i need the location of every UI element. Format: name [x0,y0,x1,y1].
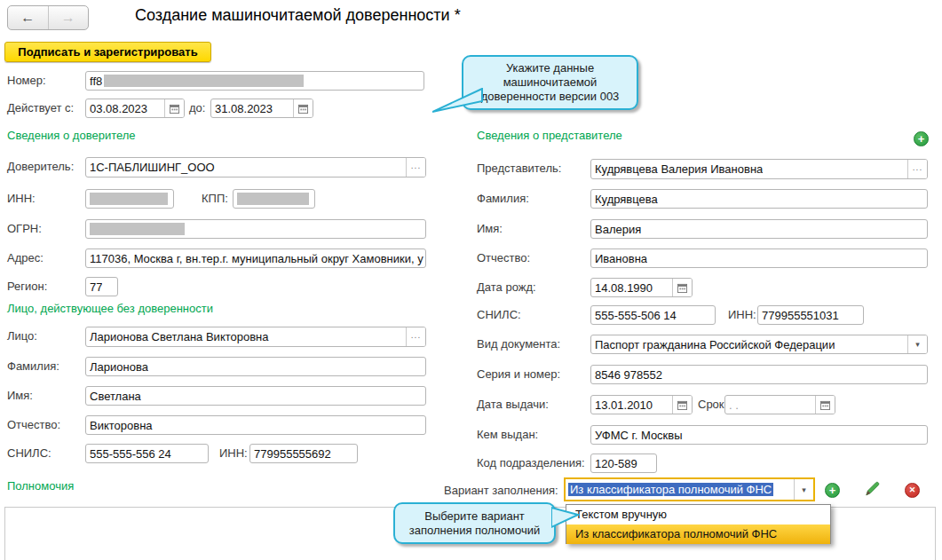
department-code-field[interactable]: 120-589 [590,454,657,473]
truster-label: Доверитель: [7,161,74,173]
address-field[interactable]: 117036, Москва г, вн.тер.г. муниципальны… [85,248,426,268]
calendar-icon[interactable] [164,99,184,117]
signer-patronymic-value: Викторовна [90,419,153,432]
doc-type-dropdown-button[interactable]: ▾ [907,335,927,353]
rep-name-field[interactable]: Валерия [590,219,928,239]
rep-surname-field[interactable]: Кудрявцева [590,189,928,209]
forward-button[interactable]: → [49,6,89,29]
birth-date-label: Дата рожд: [477,281,536,294]
dropdown-option-classifier[interactable]: Из классификатора полномочий ФНС [566,525,830,544]
signer-surname-value: Ларионова [90,360,148,374]
forward-arrow-icon: → [61,10,75,26]
signer-name-value: Светлана [90,390,141,403]
signer-inn-field[interactable]: 779955555692 [249,444,358,463]
rep-surname-label: Фамилия: [477,193,529,205]
valid-from-label: Действует с: [7,102,74,114]
calendar-icon[interactable] [672,279,692,296]
representative-lookup-button[interactable]: ... [907,160,927,178]
series-number-label: Серия и номер: [477,368,560,381]
rep-snils-field[interactable]: 555-555-506 14 [590,305,716,325]
principal-inn-field[interactable] [85,189,174,209]
signer-inn-label: ИНН: [219,447,248,460]
signer-surname-field[interactable]: Ларионова [85,357,426,376]
ellipsis-icon: ... [411,161,421,170]
plus-icon: + [918,133,925,145]
rep-inn-value: 779955551031 [762,309,839,322]
fill-variant-dropdown-button[interactable]: ▾ [794,479,813,500]
fill-variant-combobox[interactable]: Из классификатора полномочий ФНС ▾ [564,477,815,501]
history-nav: ← → [7,5,89,30]
representative-label: Представитель: [477,162,561,175]
doc-type-combobox[interactable]: Паспорт гражданина Российской Федерации … [590,335,928,354]
valid-from-field[interactable]: 03.08.2023 [85,99,185,118]
inn-redaction [90,193,168,205]
signer-snils-field[interactable]: 555-555-556 24 [85,444,209,463]
truster-lookup-button[interactable]: ... [406,158,425,177]
fill-variant-dropdown-list: Текстом вручную Из классификатора полном… [566,504,831,544]
issue-date-field[interactable]: 13.01.2010 [590,395,693,414]
section-principal-title: Сведения о доверителе [7,130,136,142]
representative-field[interactable]: Кудрявцева Валерия Ивановна ... [590,159,928,179]
signer-snils-value: 555-555-556 24 [90,447,171,461]
add-representative-button[interactable]: + [914,131,929,146]
fill-variant-label: Вариант заполнения: [444,485,558,497]
dropdown-option-manual[interactable]: Текстом вручную [566,505,830,525]
valid-to-label: до: [189,102,205,114]
fill-variant-value: Из классификатора полномочий ФНС [568,483,773,496]
chevron-down-icon: ▾ [802,485,806,494]
signer-person-field[interactable]: Ларионова Светлана Викторовна ... [85,327,426,347]
truster-value: 1С-ПАБЛИШИНГ_ООО [90,161,215,174]
address-label: Адрес: [7,252,44,264]
expiry-value: . . [729,398,739,412]
region-label: Регион: [7,280,47,293]
signer-name-field[interactable]: Светлана [85,386,426,406]
version-callout-tail [432,88,484,114]
back-arrow-icon: ← [20,10,35,26]
region-field[interactable]: 77 [85,277,118,296]
calendar-icon[interactable] [672,396,692,414]
rep-name-value: Валерия [595,223,641,236]
plus-icon: + [829,485,836,496]
kpp-redaction [237,193,309,205]
rep-patronymic-field[interactable]: Ивановна [590,248,928,268]
number-field[interactable]: ff8 [85,71,424,91]
signer-patronymic-field[interactable]: Викторовна [85,415,426,435]
calendar-icon[interactable] [293,99,313,117]
signer-inn-value: 779955555692 [254,447,331,461]
mchd-create-window: ← → Создание машиночитаемой доверенности… [0,0,942,560]
rep-inn-field[interactable]: 779955551031 [757,305,864,325]
ogrn-field[interactable] [85,219,426,239]
signer-patronymic-label: Отчество: [7,419,60,431]
expiry-field[interactable]: . . [724,395,835,414]
rep-name-label: Имя: [477,223,503,235]
ogrn-label: ОГРН: [7,223,42,235]
rep-patronymic-label: Отчество: [477,252,530,264]
number-redaction [104,75,304,87]
issued-by-field[interactable]: УФМС г. Москвы [590,425,928,445]
sign-and-register-button[interactable]: Подписать и зарегистрировать [4,42,211,62]
birth-date-value: 14.08.1990 [595,281,653,295]
series-number-field[interactable]: 8546 978552 [590,365,928,384]
delete-button[interactable]: ✕ [905,483,920,498]
department-code-label: Код подразделения: [477,457,585,469]
issued-by-label: Кем выдан: [477,429,538,441]
valid-to-field[interactable]: 31.08.2023 [210,99,313,118]
rep-patronymic-value: Ивановна [595,252,647,265]
add-power-button[interactable]: + [825,483,840,498]
rep-surname-value: Кудрявцева [595,193,658,206]
doc-type-label: Вид документа: [477,338,560,351]
address-value: 117036, Москва г, вн.тер.г. муниципальны… [90,252,424,265]
section-signer-title: Лицо, действующее без доверенности [7,303,213,315]
representative-value: Кудрявцева Валерия Ивановна [595,162,763,176]
calendar-icon[interactable] [815,396,835,414]
principal-inn-label: ИНН: [7,193,36,205]
signer-person-label: Лицо: [7,330,37,343]
signer-lookup-button[interactable]: ... [406,327,425,346]
edit-pencil-icon[interactable] [863,480,881,498]
birth-date-field[interactable]: 14.08.1990 [590,278,693,297]
region-value: 77 [90,280,102,294]
issue-date-label: Дата выдачи: [477,398,549,411]
truster-field[interactable]: 1С-ПАБЛИШИНГ_ООО ... [85,157,426,177]
principal-kpp-field[interactable] [233,189,315,209]
back-button[interactable]: ← [8,6,49,29]
